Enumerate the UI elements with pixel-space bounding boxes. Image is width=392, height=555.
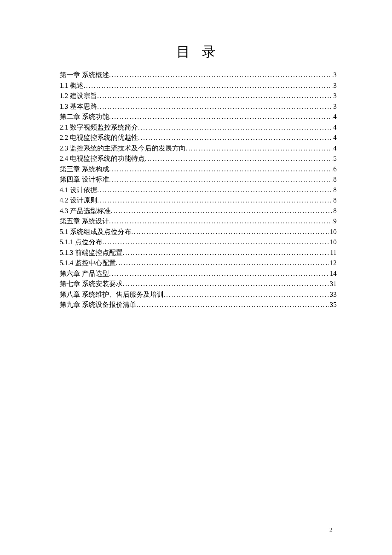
toc-entry-label: 5.1.4 监控中心配置 — [60, 258, 116, 269]
toc-entry-page: 31 — [329, 279, 337, 289]
toc-entry-page: 3 — [332, 91, 337, 101]
toc-entry-label: 2.1 数字视频监控系统简介 — [60, 122, 138, 133]
toc-entry-page: 33 — [329, 289, 337, 300]
toc-entry: 第八章 系统维护、售后服务及培训33 — [60, 289, 337, 300]
toc-entry-label: 5.1 系统组成及点位分布 — [60, 227, 131, 237]
toc-entry: 第七章 系统安装要求31 — [60, 279, 337, 289]
document-page: 目 录 第一章 系统概述31.1 概述31.2 建设宗旨31.3 基本思路3第二… — [0, 0, 392, 310]
toc-entry: 2.4 电视监控系统的功能特点5 — [60, 153, 337, 164]
toc-entry-page: 12 — [329, 258, 337, 269]
toc-entry-page: 8 — [332, 206, 337, 217]
toc-entry: 2.3 监控系统的主流技术及今后的发展方向4 — [60, 143, 337, 154]
toc-entry-label: 5.1.3 前端监控点配置 — [60, 248, 123, 258]
toc-entry-label: 第九章 系统设备报价清单 — [60, 300, 136, 310]
toc-entry-label: 第一章 系统概述 — [60, 70, 109, 81]
toc-dot-leader — [145, 153, 332, 164]
toc-entry-page: 3 — [332, 70, 337, 81]
toc-entry-page: 4 — [332, 122, 337, 133]
toc-dot-leader — [102, 237, 329, 248]
toc-entry-label: 1.1 概述 — [60, 81, 84, 91]
toc-entry: 第四章 设计标准8 — [60, 174, 337, 185]
toc-dot-leader — [109, 112, 332, 122]
toc-entry: 1.3 基本思路3 — [60, 101, 337, 112]
toc-dot-leader — [84, 81, 332, 91]
toc-entry: 第九章 系统设备报价清单35 — [60, 300, 337, 310]
toc-dot-leader — [138, 122, 332, 133]
toc-entry-label: 第四章 设计标准 — [60, 174, 109, 185]
toc-dot-leader — [136, 300, 329, 310]
toc-entry: 第六章 产品选型14 — [60, 269, 337, 279]
toc-entry: 4.1 设计依据8 — [60, 185, 337, 196]
toc-entry-label: 第二章 系统功能 — [60, 112, 109, 122]
toc-entry-page: 10 — [329, 227, 337, 237]
toc-dot-leader — [138, 133, 332, 143]
toc-entry: 5.1.4 监控中心配置12 — [60, 258, 337, 269]
toc-entry-label: 5.1.1 点位分布 — [60, 237, 102, 248]
toc-dot-leader — [109, 174, 332, 185]
toc-entry: 第三章 系统构成6 — [60, 164, 337, 175]
toc-entry: 4.2 设计原则8 — [60, 195, 337, 206]
toc-dot-leader — [109, 216, 332, 227]
toc-entry: 4.3 产品选型标准8 — [60, 206, 337, 217]
toc-entry-label: 4.2 设计原则 — [60, 195, 97, 206]
toc-title: 目 录 — [60, 43, 337, 61]
toc-entry-label: 2.2 电视监控系统的优越性 — [60, 133, 138, 143]
toc-entry-page: 8 — [332, 174, 337, 185]
toc-entry-page: 6 — [332, 164, 337, 175]
toc-entry: 5.1 系统组成及点位分布10 — [60, 227, 337, 237]
toc-dot-leader — [109, 269, 329, 279]
toc-entry-label: 4.1 设计依据 — [60, 185, 97, 196]
toc-dot-leader — [97, 185, 332, 196]
toc-entry-page: 8 — [332, 185, 337, 196]
toc-entry: 1.2 建设宗旨3 — [60, 91, 337, 101]
toc-entry-page: 4 — [332, 112, 337, 122]
toc-entry-page: 8 — [332, 195, 337, 206]
toc-entry-page: 5 — [332, 153, 337, 164]
toc-dot-leader — [164, 289, 329, 300]
toc-entry: 1.1 概述3 — [60, 81, 337, 91]
toc-dot-leader — [123, 248, 329, 258]
toc-entry-label: 1.3 基本思路 — [60, 101, 97, 112]
toc-dot-leader — [116, 258, 329, 269]
toc-dot-leader — [109, 70, 332, 81]
toc-entry-label: 4.3 产品选型标准 — [60, 206, 111, 217]
toc-entry-label: 2.3 监控系统的主流技术及今后的发展方向 — [60, 143, 186, 154]
toc-dot-leader — [109, 164, 332, 175]
toc-dot-leader — [131, 227, 329, 237]
toc-dot-leader — [97, 195, 332, 206]
toc-dot-leader — [97, 91, 332, 101]
toc-entry-page: 35 — [329, 300, 337, 310]
toc-entry: 5.1.3 前端监控点配置11 — [60, 248, 337, 258]
toc-entry: 第一章 系统概述3 — [60, 70, 337, 81]
toc-entry: 第二章 系统功能4 — [60, 112, 337, 122]
toc-dot-leader — [186, 143, 332, 154]
toc-dot-leader — [97, 101, 332, 112]
toc-entry-page: 9 — [332, 216, 337, 227]
toc-entry-page: 3 — [332, 101, 337, 112]
toc-entry-page: 10 — [329, 237, 337, 248]
toc-entry-label: 第六章 产品选型 — [60, 269, 109, 279]
toc-entry-page: 11 — [329, 248, 337, 258]
page-number: 2 — [329, 527, 332, 534]
toc-dot-leader — [111, 206, 332, 217]
toc-entry-label: 第五章 系统设计 — [60, 216, 109, 227]
toc-entry-page: 14 — [329, 269, 337, 279]
toc-entry-label: 1.2 建设宗旨 — [60, 91, 97, 101]
toc-entry-label: 2.4 电视监控系统的功能特点 — [60, 153, 145, 164]
toc-entry: 2.2 电视监控系统的优越性4 — [60, 133, 337, 143]
toc-entry-label: 第七章 系统安装要求 — [60, 279, 123, 289]
toc-entry: 第五章 系统设计9 — [60, 216, 337, 227]
toc-dot-leader — [123, 279, 329, 289]
toc-entry-page: 4 — [332, 143, 337, 154]
toc-entry: 2.1 数字视频监控系统简介4 — [60, 122, 337, 133]
toc-entry-label: 第八章 系统维护、售后服务及培训 — [60, 289, 164, 300]
toc-list: 第一章 系统概述31.1 概述31.2 建设宗旨31.3 基本思路3第二章 系统… — [60, 70, 337, 310]
toc-entry-page: 4 — [332, 133, 337, 143]
toc-entry-label: 第三章 系统构成 — [60, 164, 109, 175]
toc-entry-page: 3 — [332, 81, 337, 91]
toc-entry: 5.1.1 点位分布10 — [60, 237, 337, 248]
